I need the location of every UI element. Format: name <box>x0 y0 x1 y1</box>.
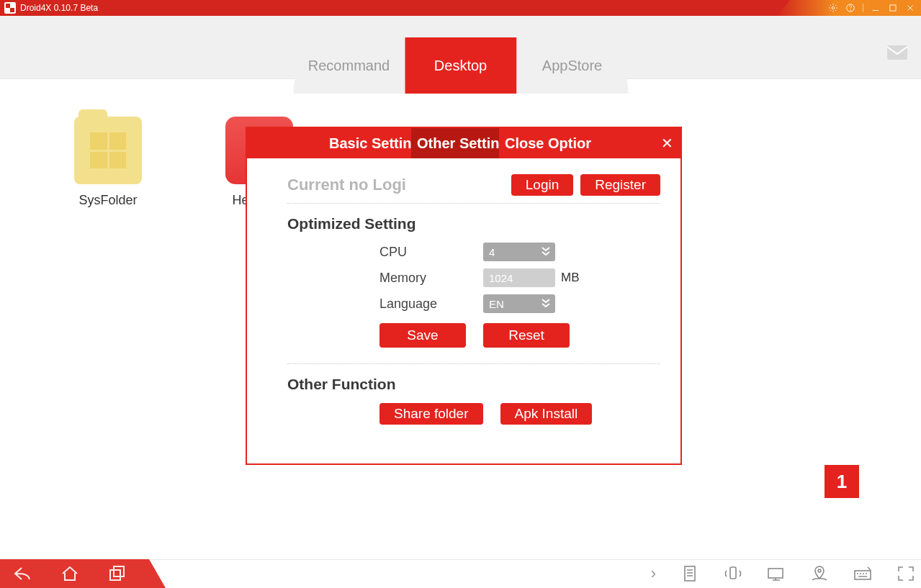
home-icon[interactable] <box>60 565 79 582</box>
window-controls <box>777 0 921 16</box>
svg-rect-4 <box>887 45 907 60</box>
app-sysfolder[interactable]: SysFolder <box>65 117 151 208</box>
settings-gear-icon[interactable] <box>828 3 838 13</box>
language-select[interactable]: EN <box>483 294 555 313</box>
page-indicator[interactable]: 1 <box>825 465 859 498</box>
settings-dialog: Basic Settin Other Settin Close Optior ✕… <box>246 127 682 465</box>
cpu-select[interactable]: 4 <box>483 243 555 261</box>
svg-rect-7 <box>114 566 124 576</box>
back-icon[interactable] <box>13 565 32 582</box>
bottom-right-controls: › <box>651 559 915 588</box>
login-status-label: Current no Logi <box>287 176 406 194</box>
main-area: Recommand Desktop AppStore SysFolder ? H… <box>0 16 921 559</box>
recent-apps-icon[interactable] <box>108 565 127 582</box>
share-folder-button[interactable]: Share folder <box>379 403 483 425</box>
dialog-tab-basic[interactable]: Basic Settin <box>323 128 411 158</box>
svg-rect-10 <box>768 569 783 578</box>
bottom-left-controls <box>0 559 166 588</box>
titlebar-divider <box>863 4 863 12</box>
svg-rect-9 <box>730 567 736 579</box>
memory-input[interactable] <box>483 268 555 287</box>
register-button[interactable]: Register <box>580 174 660 196</box>
svg-rect-3 <box>890 5 896 11</box>
login-button[interactable]: Login <box>511 174 574 196</box>
bottom-bar: › <box>0 559 921 588</box>
svg-rect-8 <box>685 566 695 581</box>
app-title: Droid4X 0.10.7 Beta <box>20 3 98 13</box>
reset-button[interactable]: Reset <box>483 323 570 348</box>
svg-point-11 <box>818 569 821 572</box>
dialog-tab-close-option[interactable]: Close Optior <box>499 128 593 158</box>
apk-install-button[interactable]: Apk Install <box>500 403 593 425</box>
svg-point-0 <box>832 6 835 9</box>
location-icon[interactable] <box>810 565 829 582</box>
language-label: Language <box>379 297 483 312</box>
section-divider <box>287 203 660 204</box>
mail-icon[interactable] <box>886 45 908 60</box>
dialog-close-icon[interactable]: ✕ <box>661 128 673 158</box>
chevron-right-icon[interactable]: › <box>651 564 656 583</box>
screenshot-icon[interactable] <box>767 565 786 582</box>
svg-point-2 <box>850 10 851 11</box>
close-icon[interactable] <box>905 3 915 13</box>
section-divider <box>287 363 660 364</box>
chevron-down-icon <box>541 297 551 311</box>
chevron-down-icon <box>541 245 551 259</box>
folder-icon <box>74 117 142 184</box>
minimize-icon[interactable] <box>871 3 881 13</box>
other-function-title: Other Function <box>287 376 660 393</box>
memory-label: Memory <box>379 271 483 286</box>
svg-rect-12 <box>855 571 871 579</box>
help-icon[interactable] <box>845 3 855 13</box>
tab-desktop[interactable]: Desktop <box>405 37 516 94</box>
shake-icon[interactable] <box>724 565 742 582</box>
app-logo-icon <box>4 2 16 14</box>
language-value: EN <box>489 298 504 310</box>
keyboard-icon[interactable] <box>853 565 872 582</box>
cpu-value: 4 <box>489 246 495 258</box>
save-button[interactable]: Save <box>379 323 466 348</box>
maximize-icon[interactable] <box>888 3 898 13</box>
optimized-setting-title: Optimized Setting <box>287 215 660 232</box>
cpu-label: CPU <box>379 245 483 260</box>
dialog-tab-other[interactable]: Other Settin <box>411 128 499 158</box>
tab-strip: Recommand Desktop AppStore <box>0 16 921 79</box>
dialog-tabs: Basic Settin Other Settin Close Optior ✕ <box>247 128 680 158</box>
tab-recommend[interactable]: Recommand <box>293 37 405 94</box>
svg-rect-6 <box>110 570 120 580</box>
memory-unit: MB <box>561 271 580 285</box>
tab-appstore[interactable]: AppStore <box>516 37 628 94</box>
clipboard-icon[interactable] <box>680 565 699 582</box>
titlebar: Droid4X 0.10.7 Beta <box>0 0 921 16</box>
app-label: SysFolder <box>65 193 151 208</box>
fullscreen-icon[interactable] <box>897 565 915 582</box>
